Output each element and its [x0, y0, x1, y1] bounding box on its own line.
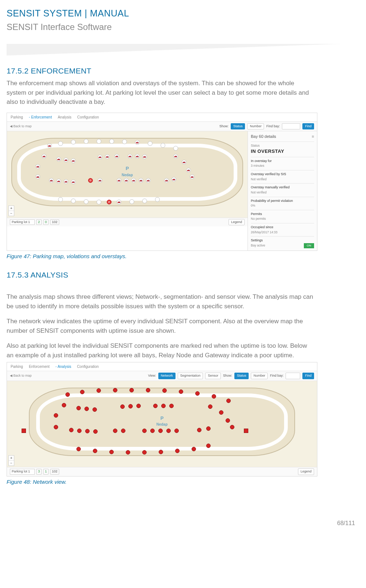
parking-lot-select-2[interactable]: Parking lot 1	[10, 469, 35, 475]
footer-count-b-2: 1	[43, 469, 49, 475]
enforcement-paragraph: The enforcement map shows all violation …	[7, 79, 314, 107]
legend-button-2[interactable]: Legend	[298, 468, 314, 475]
find-bay-label: Find bay:	[266, 124, 280, 129]
back-to-map-link-2[interactable]: ◀ Back to map	[10, 373, 32, 378]
find-bay-input-2[interactable]	[286, 373, 300, 379]
view-sensor-button[interactable]: Sensor	[205, 373, 221, 379]
occupied-since-label: Occupied since	[251, 225, 314, 230]
show-status-button-2[interactable]: Status	[234, 373, 249, 379]
footer-count-c-2: 102	[50, 469, 59, 475]
page-number: 68/111	[7, 519, 355, 528]
doc-title: SENSIT SYSTEM | MANUAL	[7, 7, 355, 20]
settings-label: Settings	[251, 238, 314, 243]
header-stripe	[7, 44, 355, 57]
verified-manual-label: Overstay manually verified	[251, 185, 314, 190]
permits-value: No permits	[251, 216, 314, 221]
view-segmentation-button[interactable]: Segmentation	[178, 373, 203, 379]
figure-47-caption: Figure 47: Parking map, violations and o…	[7, 252, 355, 261]
footer-count-c: 102	[50, 219, 59, 225]
bay-details-panel: Bay 60 details≡ Status IN OVERSTAY In ov…	[248, 131, 317, 250]
show-label: Show:	[219, 124, 229, 129]
figure-48-caption: Figure 48: Network view.	[7, 478, 355, 486]
legend-button[interactable]: Legend	[229, 219, 245, 226]
zoom-control[interactable]: +−	[8, 206, 14, 216]
bay-alert-60[interactable]	[88, 178, 93, 183]
figure-48: Parking Enforcement Analysis Configurati…	[7, 362, 317, 476]
analysis-map[interactable]: PNedap	[7, 381, 317, 476]
parking-lot-select[interactable]: Parking lot 1	[10, 219, 35, 225]
overstay-for-value: 3 minutes	[251, 163, 314, 168]
view-label: View:	[148, 373, 156, 378]
verified-manual-value: Not verified	[251, 190, 314, 195]
back-to-map-link[interactable]: ◀ Back to map	[10, 124, 32, 129]
verified-sis-value: Not verified	[251, 177, 314, 182]
nav-analysis[interactable]: Analysis	[58, 114, 71, 120]
overstay-for-label: In overstay for	[251, 159, 314, 164]
show-status-button[interactable]: Status	[231, 123, 245, 130]
bay-active-toggle[interactable]: ON	[304, 243, 314, 248]
nav-parking[interactable]: Parking	[11, 114, 23, 120]
show-number-button[interactable]: Number	[247, 123, 264, 130]
nav-enforcement[interactable]: Enforcement	[29, 114, 52, 120]
figure-47: Parking Enforcement Analysis Configurati…	[7, 113, 317, 251]
status-label: Status	[251, 143, 314, 148]
nav-parking-2[interactable]: Parking	[11, 364, 23, 369]
panel-menu-icon[interactable]: ≡	[312, 133, 314, 140]
enforcement-map[interactable]: PNedap	[7, 131, 248, 226]
status-value: IN OVERSTAY	[251, 148, 314, 155]
zoom-control-2[interactable]: +−	[8, 455, 14, 466]
bay-active-label: Bay active	[251, 243, 265, 248]
analysis-p3: Also at parking lot level the individual…	[7, 341, 314, 360]
section-heading-enforcement: 17.5.2 ENFORCEMENT	[7, 65, 355, 77]
occupied-since-value: 26/May/2017 14:33	[251, 230, 314, 235]
analysis-p1: The analysis map shows three different v…	[7, 292, 314, 311]
show-number-button-2[interactable]: Number	[251, 373, 268, 379]
nav-enforcement-2[interactable]: Enforcement	[29, 364, 50, 369]
probability-label: Probability of permit violation	[251, 199, 314, 204]
permits-label: Permits	[251, 212, 314, 217]
doc-subtitle: SENSIT Interface Software	[7, 20, 355, 34]
find-button[interactable]: Find	[302, 123, 314, 130]
bay-alert-lower[interactable]	[107, 200, 112, 204]
show-label-2: Show:	[223, 373, 232, 378]
nav-configuration[interactable]: Configuration	[77, 114, 99, 120]
verified-sis-label: Overstay verified by SIS	[251, 172, 314, 177]
footer-count-b: 0	[43, 219, 49, 225]
nav-configuration-2[interactable]: Configuration	[77, 364, 99, 369]
section-heading-analysis: 17.5.3 ANALYSIS	[7, 269, 355, 281]
find-bay-label-2: Find bay:	[270, 373, 283, 378]
analysis-p2: The network view indicates the uptime of…	[7, 317, 314, 335]
panel-title: Bay 60 details	[251, 133, 276, 140]
find-button-2[interactable]: Find	[302, 373, 314, 379]
nav-analysis-2[interactable]: Analysis	[56, 364, 71, 369]
footer-count-a-2: 3	[36, 469, 42, 475]
fig47-nav: Parking Enforcement Analysis Configurati…	[7, 113, 317, 122]
probability-value: 0%	[251, 203, 314, 208]
find-bay-input[interactable]	[282, 123, 300, 130]
fig48-nav: Parking Enforcement Analysis Configurati…	[7, 362, 317, 371]
view-network-button[interactable]: Network	[158, 373, 176, 379]
footer-count-a: 2	[36, 219, 42, 225]
